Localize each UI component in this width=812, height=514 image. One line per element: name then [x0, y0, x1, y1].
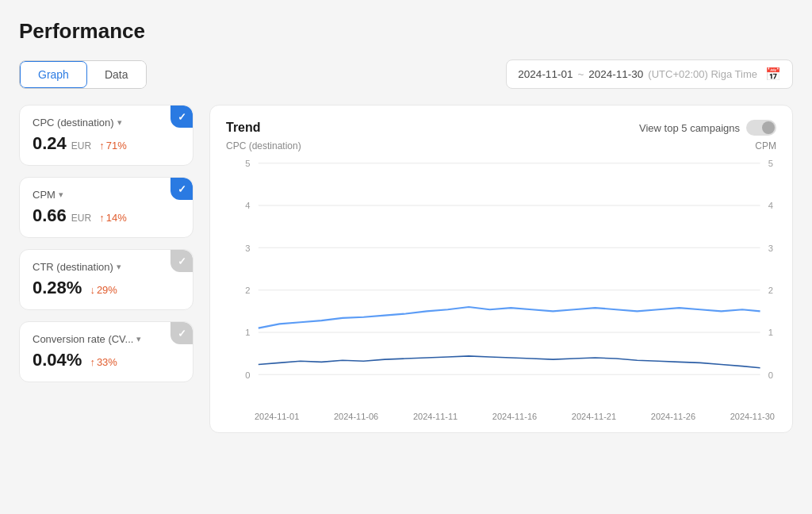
- svg-text:3: 3: [768, 243, 773, 252]
- metric-change-ctr: ↓ 29%: [90, 284, 117, 296]
- tab-group: Graph Data: [19, 60, 147, 89]
- metric-label-cvr: Conversion rate (CV... ▾: [33, 333, 180, 345]
- svg-text:3: 3: [245, 243, 250, 252]
- main-content: ✓ CPC (destination) ▾ 0.24 EUR ↑ 71% ✓ C…: [19, 105, 793, 433]
- x-label-5: 2024-11-26: [651, 412, 695, 421]
- metric-value-row-cvr: 0.04% ↑ 33%: [33, 350, 180, 370]
- x-axis-labels: 2024-11-01 2024-11-06 2024-11-11 2024-11…: [226, 409, 776, 421]
- selected-badge-ctr: ✓: [170, 250, 193, 272]
- selected-badge-cvr: ✓: [170, 322, 193, 344]
- metric-unit-cpm: EUR: [71, 213, 91, 224]
- metric-value-cpc: 0.24: [33, 133, 67, 154]
- chart-title: Trend: [226, 121, 261, 135]
- calendar-icon[interactable]: 📅: [765, 67, 781, 82]
- chart-svg: 5 4 3 2 1 0 5 4 3 2 1 0: [226, 155, 776, 409]
- metric-label-ctr: CTR (destination) ▾: [33, 261, 180, 273]
- metric-value-row-ctr: 0.28% ↓ 29%: [33, 278, 180, 298]
- metric-value-row-cpm: 0.66 EUR ↑ 14%: [33, 205, 180, 226]
- x-label-0: 2024-11-01: [255, 412, 299, 421]
- x-label-2: 2024-11-11: [413, 412, 458, 421]
- svg-text:4: 4: [768, 201, 774, 210]
- toggle-knob: [762, 121, 775, 134]
- chart-header: Trend View top 5 campaigns: [226, 120, 776, 136]
- metric-change-cpc: ↑ 71%: [99, 140, 127, 152]
- metric-change-cpm: ↑ 14%: [99, 212, 127, 224]
- top-bar: Graph Data 2024-11-01 ~ 2024-11-30 (UTC+…: [19, 59, 793, 89]
- svg-text:2: 2: [768, 286, 773, 295]
- metric-card-cvr[interactable]: ✓ Conversion rate (CV... ▾ 0.04% ↑ 33%: [19, 321, 193, 382]
- chevron-icon-cvr: ▾: [136, 334, 141, 344]
- metric-value-cpm: 0.66: [33, 205, 67, 226]
- metric-card-cpm[interactable]: ✓ CPM ▾ 0.66 EUR ↑ 14%: [19, 177, 193, 238]
- x-label-4: 2024-11-21: [572, 412, 616, 421]
- metric-change-cvr: ↑ 33%: [90, 356, 117, 368]
- svg-text:1: 1: [768, 328, 773, 337]
- svg-text:2: 2: [245, 286, 250, 295]
- top5-toggle-group: View top 5 campaigns: [639, 120, 776, 136]
- metrics-panel: ✓ CPC (destination) ▾ 0.24 EUR ↑ 71% ✓ C…: [19, 105, 193, 433]
- chart-area: 5 4 3 2 1 0 5 4 3 2 1 0: [226, 155, 776, 409]
- top5-label: View top 5 campaigns: [639, 122, 740, 134]
- x-label-1: 2024-11-06: [334, 412, 378, 421]
- date-start: 2024-11-01: [518, 68, 573, 80]
- chevron-icon-ctr: ▾: [117, 262, 121, 272]
- metric-card-cpc[interactable]: ✓ CPC (destination) ▾ 0.24 EUR ↑ 71%: [19, 105, 193, 166]
- date-range-selector[interactable]: 2024-11-01 ~ 2024-11-30 (UTC+02:00) Riga…: [506, 59, 793, 89]
- metric-value-ctr: 0.28%: [33, 278, 82, 298]
- svg-text:0: 0: [768, 370, 773, 379]
- svg-text:1: 1: [245, 328, 250, 337]
- svg-text:5: 5: [768, 159, 773, 168]
- svg-text:0: 0: [245, 370, 250, 379]
- right-axis-label: CPM: [755, 140, 776, 152]
- top5-toggle-switch[interactable]: [746, 120, 776, 136]
- metric-value-row-cpc: 0.24 EUR ↑ 71%: [33, 133, 180, 154]
- metric-card-ctr[interactable]: ✓ CTR (destination) ▾ 0.28% ↓ 29%: [19, 249, 193, 310]
- svg-text:5: 5: [245, 159, 250, 168]
- x-label-6: 2024-11-30: [730, 412, 775, 421]
- timezone-label: (UTC+02:00) Riga Time: [648, 68, 757, 80]
- svg-text:4: 4: [245, 201, 251, 210]
- chevron-icon-cpm: ▾: [59, 190, 63, 200]
- date-separator: ~: [577, 68, 584, 80]
- date-end: 2024-11-30: [588, 68, 643, 80]
- metric-value-cvr: 0.04%: [33, 350, 82, 370]
- tab-data[interactable]: Data: [87, 61, 146, 88]
- tab-graph[interactable]: Graph: [20, 61, 87, 88]
- chevron-icon-cpc: ▾: [117, 117, 122, 128]
- metric-label-cpm: CPM ▾: [33, 189, 180, 201]
- selected-badge-cpc: ✓: [170, 105, 193, 128]
- metric-label-cpc: CPC (destination) ▾: [33, 117, 180, 128]
- left-axis-label: CPC (destination): [226, 140, 301, 152]
- x-label-3: 2024-11-16: [492, 412, 537, 421]
- chart-panel: Trend View top 5 campaigns CPC (destinat…: [209, 105, 793, 433]
- page-title: Performance: [19, 19, 793, 44]
- metric-unit-cpc: EUR: [71, 140, 91, 152]
- selected-badge-cpm: ✓: [170, 178, 193, 200]
